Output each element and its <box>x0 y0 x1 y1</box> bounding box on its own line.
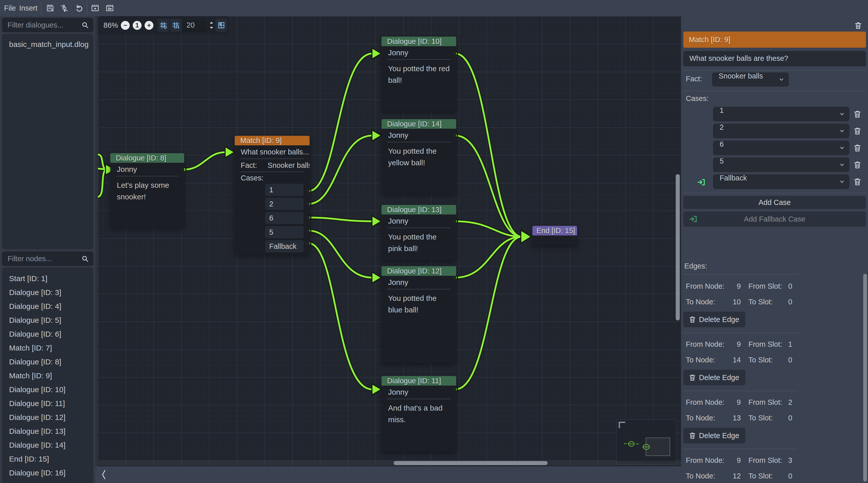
node-title[interactable]: Dialogue [ID: 12] <box>381 266 456 276</box>
delete-edge-button[interactable]: Delete Edge <box>683 312 745 327</box>
case-slot[interactable]: 5 <box>265 226 304 238</box>
input-port-arrow[interactable] <box>372 130 381 141</box>
node-title[interactable]: Dialogue [ID: 10] <box>381 37 456 46</box>
node-list-item[interactable]: Dialogue [ID: 12] <box>2 410 93 424</box>
h-scrollbar-thumb[interactable] <box>394 461 548 465</box>
node-list-item[interactable]: Dialogue [ID: 10] <box>2 383 93 396</box>
node-list-item[interactable]: Dialogue [ID: 5] <box>2 313 93 327</box>
collapse-sidebar-icon[interactable] <box>100 470 107 480</box>
io-reorder-icon[interactable] <box>60 4 69 12</box>
node-list-item[interactable]: Dialogue [ID: 16] <box>2 466 93 480</box>
graph-canvas[interactable]: Dialogue [ID: 8] Jonny Let's play some s… <box>98 16 681 466</box>
play-dialogue-icon[interactable] <box>91 4 99 12</box>
case-dropdown[interactable]: 1 <box>713 107 849 121</box>
node-list-item[interactable]: Match [ID: 7] <box>2 341 93 355</box>
node-title[interactable]: Dialogue [ID: 11] <box>381 376 456 386</box>
input-port-arrow[interactable] <box>225 147 235 158</box>
node-text: And that's a bad miss. <box>381 399 456 425</box>
graph-node-dialogue-14[interactable]: Dialogue [ID: 14] Jonny You potted the y… <box>381 119 456 194</box>
node-title[interactable]: End [ID: 15] <box>532 226 577 236</box>
chevron-down-icon <box>839 161 845 168</box>
snap-toggle-button[interactable] <box>170 19 182 32</box>
graph-node-match-9[interactable]: Match [ID: 9] What snooker balls... Fact… <box>235 136 310 254</box>
case-slot[interactable]: 1 <box>265 184 304 196</box>
node-title[interactable]: Match [ID: 9] <box>235 136 310 145</box>
filter-dialogues-input[interactable] <box>7 18 78 32</box>
trash-icon <box>688 431 696 440</box>
graph-node-dialogue-12[interactable]: Dialogue [ID: 12] Jonny You potted the b… <box>381 266 456 363</box>
case-slot[interactable]: Fallback <box>265 240 304 252</box>
node-list-item[interactable]: Dialogue [ID: 11] <box>2 396 93 410</box>
delete-node-icon[interactable] <box>854 21 863 30</box>
fallback-input-icon <box>688 214 699 223</box>
node-list-item[interactable]: Dialogue [ID: 8] <box>2 355 93 369</box>
dialogue-file-item[interactable]: basic_match_input.dlog <box>2 37 93 51</box>
delete-case-icon[interactable] <box>853 143 862 153</box>
case-dropdown[interactable]: 5 <box>713 157 849 172</box>
input-port-arrow[interactable] <box>372 384 381 395</box>
input-port-arrow[interactable] <box>521 230 531 243</box>
delete-case-icon[interactable] <box>853 177 862 187</box>
case-dropdown[interactable]: 6 <box>713 141 849 155</box>
zoom-reset-button[interactable]: 1 <box>133 21 142 30</box>
node-list-item[interactable]: Dialogue [ID: 13] <box>2 424 93 438</box>
undo-icon[interactable] <box>75 4 83 12</box>
zoom-out-button[interactable]: − <box>121 21 130 30</box>
chevron-down-icon <box>839 128 845 134</box>
spinner-arrows-icon[interactable] <box>208 20 215 31</box>
filter-nodes-input[interactable] <box>7 251 78 266</box>
graph-node-end-15[interactable]: End [ID: 15] <box>532 226 577 245</box>
edge-wire[interactable] <box>309 135 372 204</box>
graph-node-dialogue-10[interactable]: Dialogue [ID: 10] Jonny You potted the r… <box>381 37 456 111</box>
node-list-item[interactable]: Start [ID: 1] <box>2 272 93 285</box>
node-list-item[interactable]: End [ID: 15] <box>2 452 93 466</box>
grid-toggle-button[interactable] <box>157 19 169 32</box>
edge-wire[interactable] <box>309 243 372 389</box>
input-port-arrow[interactable] <box>372 48 381 59</box>
v-scrollbar-thumb[interactable] <box>676 174 680 321</box>
case-dropdown[interactable]: 2 <box>713 124 849 138</box>
node-title[interactable]: Dialogue [ID: 13] <box>381 205 456 214</box>
fact-dropdown[interactable]: Snooker balls <box>712 72 789 87</box>
edge-wire[interactable] <box>309 54 372 191</box>
snap-distance-input[interactable]: 20 <box>182 19 207 31</box>
fallback-case-dropdown[interactable]: Fallback <box>713 174 849 189</box>
delete-edge-button[interactable]: Delete Edge <box>683 370 745 385</box>
input-port-arrow[interactable] <box>372 272 381 283</box>
delete-edge-button[interactable]: Delete Edge <box>683 428 745 443</box>
panel-scrollbar-thumb[interactable] <box>863 274 867 482</box>
node-title[interactable]: Dialogue [ID: 8] <box>110 153 184 163</box>
menu-insert[interactable]: Insert <box>16 0 41 16</box>
minimap[interactable] <box>616 419 677 464</box>
case-slot[interactable]: 2 <box>265 198 304 210</box>
input-port-arrow[interactable] <box>372 216 381 227</box>
add-case-button[interactable]: Add Case <box>683 196 866 209</box>
add-fallback-case-button[interactable]: Add Fallback Case <box>683 211 866 227</box>
h-scrollbar-track[interactable] <box>98 461 681 465</box>
node-title[interactable]: Dialogue [ID: 14] <box>381 119 456 129</box>
graph-node-dialogue-8[interactable]: Dialogue [ID: 8] Jonny Let's play some s… <box>110 153 184 228</box>
graph-node-dialogue-11[interactable]: Dialogue [ID: 11] Jonny And that's a bad… <box>381 376 456 452</box>
edge-wire[interactable] <box>309 231 372 278</box>
node-list-item[interactable]: Dialogue [ID: 14] <box>2 438 93 452</box>
inspector-panel: Match [ID: 9] Fact: Snooker balls Cases:… <box>681 16 868 483</box>
minimap-toggle-button[interactable] <box>216 19 227 32</box>
node-list-item[interactable]: Match [ID: 9] <box>2 369 93 383</box>
delete-case-icon[interactable] <box>853 109 862 119</box>
zoom-in-button[interactable]: + <box>145 21 153 30</box>
case-slot[interactable]: 6 <box>265 212 304 224</box>
graph-node-dialogue-13[interactable]: Dialogue [ID: 13] Jonny You potted the p… <box>381 205 456 260</box>
node-list-item[interactable]: Dialogue [ID: 3] <box>2 285 93 299</box>
delete-case-icon[interactable] <box>853 126 862 136</box>
edge-wire[interactable] <box>184 152 225 170</box>
node-list-item[interactable]: Dialogue [ID: 4] <box>2 299 93 313</box>
menubar: File Insert <box>0 0 868 16</box>
node-list-item[interactable]: Dialogue [ID: 6] <box>2 327 93 341</box>
new-dialogue-icon[interactable] <box>105 4 114 12</box>
save-icon[interactable] <box>46 4 55 12</box>
divider <box>683 274 798 275</box>
edges-label: Edges: <box>684 262 707 270</box>
delete-case-icon[interactable] <box>853 160 862 170</box>
divider <box>683 391 798 391</box>
match-question-input[interactable] <box>683 51 866 66</box>
